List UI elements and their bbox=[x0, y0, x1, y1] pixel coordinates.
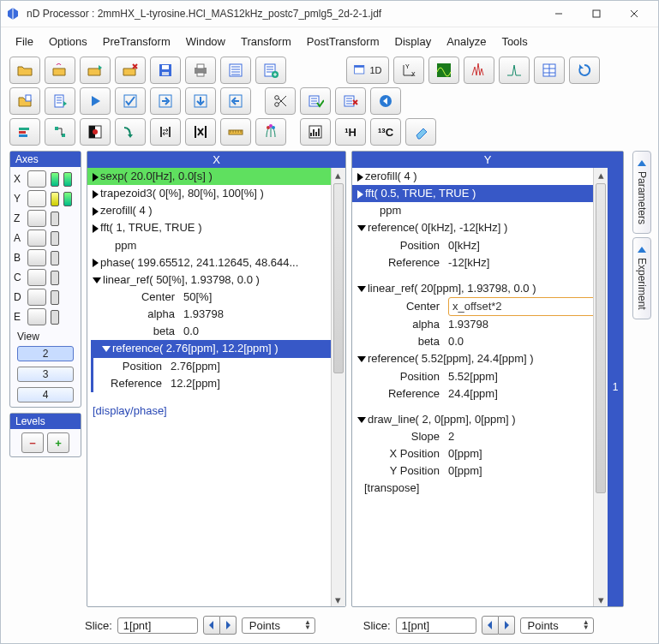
y-ref-1: Reference-12[kHz] bbox=[352, 254, 593, 271]
refresh-icon[interactable] bbox=[569, 57, 600, 84]
list-icon[interactable] bbox=[220, 57, 251, 84]
table-icon[interactable] bbox=[534, 57, 565, 84]
eraser-icon[interactable] bbox=[405, 118, 436, 146]
slice-input-y[interactable]: 1[pnt] bbox=[396, 617, 476, 634]
column-x-scrollbar[interactable]: ▴ ▾ bbox=[331, 168, 345, 606]
print-icon[interactable] bbox=[185, 57, 216, 84]
step-left-icon[interactable] bbox=[482, 616, 499, 635]
slice-input-x[interactable]: 1[pnt] bbox=[117, 617, 198, 634]
column-x-header: X bbox=[87, 152, 345, 168]
check-icon[interactable] bbox=[115, 87, 146, 115]
tree-icon[interactable] bbox=[45, 118, 75, 146]
axis-row-y[interactable]: Y bbox=[14, 190, 77, 207]
menu-transform[interactable]: Transform bbox=[235, 33, 297, 50]
view-button-2[interactable]: 2 bbox=[17, 346, 74, 361]
nucleus-13c-button[interactable]: ¹³C bbox=[370, 118, 401, 146]
menu-display[interactable]: Display bbox=[389, 33, 438, 50]
svg-point-22 bbox=[275, 96, 279, 100]
folder-export-icon[interactable] bbox=[80, 57, 111, 84]
axis-row-d[interactable]: D bbox=[14, 289, 77, 306]
arrow-right-box-icon[interactable] bbox=[150, 87, 181, 115]
save-icon[interactable] bbox=[150, 57, 181, 84]
rows-okay-icon[interactable] bbox=[300, 87, 331, 115]
folder-open-icon[interactable] bbox=[9, 57, 40, 84]
menu-tools[interactable]: Tools bbox=[495, 33, 533, 50]
svg-rect-28 bbox=[19, 131, 26, 134]
menu-file[interactable]: File bbox=[9, 33, 39, 50]
step-left-icon[interactable] bbox=[203, 616, 220, 635]
y-ppm[interactable]: ppm bbox=[352, 202, 593, 219]
rail-parameters[interactable]: Parameters bbox=[632, 151, 651, 234]
axis-row-b[interactable]: B bbox=[14, 249, 77, 266]
menu-pretransform[interactable]: PreTransform bbox=[97, 33, 177, 50]
y-zerofill: zerofill( 4 ) bbox=[352, 168, 593, 185]
view-button-4[interactable]: 4 bbox=[17, 387, 74, 402]
column-y-index-rail[interactable]: 1 bbox=[608, 168, 623, 606]
peak-multi-icon[interactable] bbox=[464, 57, 494, 84]
slice-steppers-y bbox=[482, 616, 515, 635]
axis-row-c[interactable]: C bbox=[14, 269, 77, 286]
minimize-button[interactable] bbox=[540, 2, 578, 26]
rail-experiment[interactable]: Experiment bbox=[632, 237, 651, 319]
left-sidebar: Axes X Y Z A B C D E View 2 3 4 Levels bbox=[9, 151, 81, 607]
view-button-3[interactable]: 3 bbox=[17, 367, 74, 382]
x-reference: reference( 2.76[ppm], 12.2[ppm] ) bbox=[91, 340, 331, 357]
menu-analyze[interactable]: Analyze bbox=[440, 33, 492, 50]
column-x-list[interactable]: sexp( 20.0[Hz], 0.0[s] ) trapezoid3( 0[%… bbox=[87, 168, 331, 606]
bracket-swap-icon[interactable] bbox=[150, 118, 181, 146]
slice-unit-combo-x[interactable]: Points▲▼ bbox=[242, 617, 315, 634]
axis-row-e[interactable]: E bbox=[14, 308, 77, 325]
levels-minus-button[interactable]: − bbox=[21, 432, 44, 453]
play-icon[interactable] bbox=[80, 87, 111, 115]
hand-folder-icon[interactable] bbox=[45, 57, 75, 84]
bottom-strip: Slice: 1[pnt] Points▲▼ Slice: 1[pnt] Poi… bbox=[1, 611, 658, 643]
histogram-icon[interactable] bbox=[300, 118, 331, 146]
center-input[interactable]: x_offset*2 bbox=[448, 297, 593, 316]
flowers-icon[interactable] bbox=[255, 118, 286, 146]
ruler-icon[interactable] bbox=[220, 118, 251, 146]
spectrum-green-icon[interactable] bbox=[428, 57, 459, 84]
levels-plus-button[interactable]: + bbox=[47, 432, 69, 453]
align-left-color-icon[interactable] bbox=[9, 118, 40, 146]
doc-rows-icon[interactable] bbox=[9, 87, 40, 115]
list-add-icon[interactable] bbox=[255, 57, 286, 84]
window-1d-icon[interactable]: 1D bbox=[346, 57, 389, 84]
scroll-down-icon: ▾ bbox=[594, 593, 608, 606]
x-ppm[interactable]: ppm bbox=[87, 237, 331, 254]
axis-xy-icon[interactable]: YX bbox=[393, 57, 424, 84]
doc-rows-alt-icon[interactable] bbox=[45, 87, 75, 115]
axis-row-a[interactable]: A bbox=[14, 230, 77, 247]
menu-posttransform[interactable]: PostTransform bbox=[301, 33, 386, 50]
y-pos-2: Position5.52[ppm] bbox=[352, 368, 593, 385]
abs-x-icon[interactable] bbox=[185, 118, 216, 146]
x-position: Position2.76[ppm] bbox=[91, 358, 331, 375]
column-y-scrollbar[interactable]: ▴ ▾ bbox=[593, 168, 608, 606]
nucleus-1h-button[interactable]: ¹H bbox=[335, 118, 366, 146]
step-right-icon[interactable] bbox=[499, 616, 515, 635]
svg-rect-3 bbox=[162, 72, 169, 75]
peak-single-icon[interactable] bbox=[499, 57, 530, 84]
circle-left-icon[interactable] bbox=[370, 87, 401, 115]
scissors-icon[interactable] bbox=[265, 87, 296, 115]
step-right-icon[interactable] bbox=[220, 616, 237, 635]
folder-cancel-icon[interactable] bbox=[115, 57, 146, 84]
arrow-left-box-icon[interactable] bbox=[220, 87, 251, 115]
y-beta: beta0.0 bbox=[352, 333, 593, 350]
rows-cancel-icon[interactable] bbox=[335, 87, 366, 115]
close-button[interactable] bbox=[615, 2, 653, 26]
arrow-down-box-icon[interactable] bbox=[185, 87, 216, 115]
processing-columns: X sexp( 20.0[Hz], 0.0[s] ) trapezoid3( 0… bbox=[87, 151, 624, 607]
menu-window[interactable]: Window bbox=[180, 33, 231, 50]
column-y-list[interactable]: zerofill( 4 ) fft( 0.5, TRUE, TRUE ) ppm… bbox=[352, 168, 593, 606]
axis-row-x[interactable]: X bbox=[14, 170, 77, 188]
svg-rect-27 bbox=[19, 128, 29, 130]
x-center: Center50[%] bbox=[87, 289, 331, 306]
axis-row-z[interactable]: Z bbox=[14, 210, 77, 227]
curve-down-icon[interactable] bbox=[115, 118, 146, 146]
slice-unit-combo-y[interactable]: Points▲▼ bbox=[520, 617, 594, 634]
svg-text:Y: Y bbox=[405, 63, 410, 69]
y-ref-2: Reference24.4[ppm] bbox=[352, 385, 593, 402]
menu-options[interactable]: Options bbox=[43, 33, 93, 50]
maximize-button[interactable] bbox=[578, 2, 615, 26]
contrast-icon[interactable] bbox=[80, 118, 111, 146]
